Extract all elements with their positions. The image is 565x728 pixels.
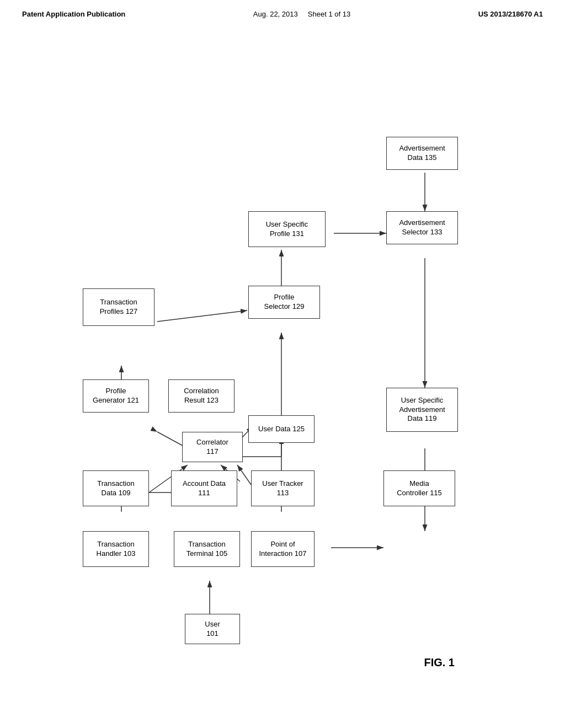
header-left: Patent Application Publication	[22, 10, 125, 18]
profile-generator-box: ProfileGenerator 121	[83, 379, 149, 413]
user-data-label: User Data 125	[258, 425, 305, 434]
correlator-box: Correlator117	[182, 432, 243, 462]
correlation-result-label: CorrelationResult 123	[184, 387, 219, 405]
user-label: User101	[205, 620, 220, 639]
user-specific-ad-data-box: User SpecificAdvertisementData 119	[386, 388, 458, 432]
correlator-label: Correlator117	[196, 438, 228, 457]
arrows-layer	[0, 29, 565, 691]
user-specific-ad-data-label: User SpecificAdvertisementData 119	[399, 396, 445, 424]
point-of-interaction-box: Point ofInteraction 107	[251, 531, 315, 567]
media-controller-box: MediaController 115	[383, 470, 455, 506]
media-controller-label: MediaController 115	[397, 479, 442, 498]
point-of-interaction-label: Point ofInteraction 107	[259, 540, 306, 559]
svg-line-14	[157, 311, 247, 322]
user-specific-profile-box: User SpecificProfile 131	[248, 211, 326, 247]
user-data-box: User Data 125	[248, 415, 315, 443]
account-data-box: Account Data111	[171, 470, 237, 506]
header-center: Aug. 22, 2013 Sheet 1 of 13	[253, 10, 350, 18]
user-tracker-box: User Tracker113	[251, 470, 315, 506]
profile-selector-label: ProfileSelector 129	[264, 293, 305, 312]
header-right: US 2013/218670 A1	[478, 10, 543, 18]
profile-selector-box: ProfileSelector 129	[248, 286, 320, 319]
page-header: Patent Application Publication Aug. 22, …	[0, 0, 565, 24]
user-box: User101	[185, 614, 240, 644]
transaction-terminal-box: TransactionTerminal 105	[174, 531, 240, 567]
user-tracker-label: User Tracker113	[262, 479, 303, 498]
profile-generator-label: ProfileGenerator 121	[93, 387, 139, 405]
account-data-label: Account Data111	[183, 479, 226, 498]
transaction-handler-box: TransactionHandler 103	[83, 531, 149, 567]
user-specific-profile-label: User SpecificProfile 131	[266, 220, 308, 239]
fig-label: FIG. 1	[424, 656, 455, 669]
transaction-profiles-box: TransactionProfiles 127	[83, 288, 154, 326]
transaction-profiles-label: TransactionProfiles 127	[100, 298, 138, 317]
correlation-result-box: CorrelationResult 123	[168, 379, 234, 413]
transaction-terminal-label: TransactionTerminal 105	[186, 540, 227, 559]
transaction-handler-label: TransactionHandler 103	[97, 540, 136, 559]
diagram-area: AdvertisementData 135 AdvertisementSelec…	[0, 29, 565, 691]
advertisement-selector-label: AdvertisementSelector 133	[399, 218, 445, 237]
transaction-data-box: TransactionData 109	[83, 470, 149, 506]
advertisement-selector-box: AdvertisementSelector 133	[386, 211, 458, 244]
advertisement-data-box: AdvertisementData 135	[386, 137, 458, 170]
advertisement-data-label: AdvertisementData 135	[399, 144, 445, 163]
transaction-data-label: TransactionData 109	[97, 479, 134, 498]
